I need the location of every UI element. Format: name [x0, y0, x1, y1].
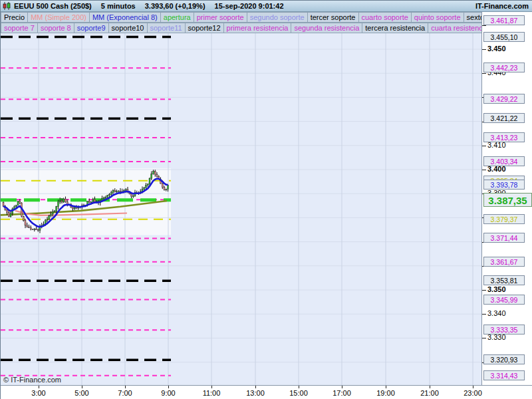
time-tick-label: 17:00: [332, 389, 351, 397]
legend-row: soporte 7soporte 8soporte9soporte10sopor…: [1, 23, 481, 33]
candle-down: [19, 201, 21, 203]
legend-item[interactable]: Precio: [1, 12, 28, 23]
candle-up: [168, 185, 169, 189]
level-price-box: 3.333,35: [483, 325, 525, 334]
legend-item[interactable]: sexto soporte: [464, 12, 481, 23]
time-tick-label: 15:00: [289, 389, 308, 397]
price-tickmark: [482, 170, 486, 170]
candle-down: [37, 229, 39, 230]
chart-window: EEUU 500 Cash (250$) 5 minutos 3.393,60 …: [0, 0, 532, 399]
timeframe-label: 5 minutos: [101, 2, 136, 10]
candle-up: [51, 214, 52, 215]
time-tick-label: 23:00: [464, 389, 482, 397]
candle-up: [110, 193, 112, 195]
time-tick-label: 7:00: [118, 389, 132, 397]
candle-up: [166, 190, 167, 190]
candle-down: [25, 221, 26, 225]
candle-up: [90, 201, 92, 202]
price-tick-label: 3.340: [487, 309, 506, 317]
legend-item[interactable]: soporte12: [186, 23, 224, 33]
candle-up: [132, 196, 134, 197]
candle-down: [30, 227, 31, 229]
legend-item[interactable]: soporte10: [109, 23, 148, 33]
candle-down: [131, 194, 132, 196]
candle-up: [52, 212, 53, 214]
level-price-box: 3.455,10: [483, 32, 525, 42]
legend-item[interactable]: soporte11: [148, 23, 186, 33]
candle-down: [154, 171, 156, 174]
time-tickmark: [39, 386, 39, 388]
time-axis[interactable]: 3:005:007:009:0011:0013:0015:0017:0019:0…: [1, 385, 532, 399]
candle-down: [65, 199, 66, 201]
time-tick-label: 9:00: [161, 389, 175, 397]
candle-up: [10, 213, 11, 217]
legend-item[interactable]: segunda resistencia: [291, 23, 362, 33]
candle-up: [103, 198, 104, 198]
level-price-box: 3.379,37: [483, 214, 525, 224]
price-tickmark: [482, 49, 486, 50]
legend-item[interactable]: quinto soporte: [412, 12, 464, 23]
legend-item[interactable]: primer soporte: [194, 12, 247, 23]
candle-up: [102, 198, 103, 200]
candle-down: [27, 225, 28, 227]
candle-up: [149, 178, 150, 184]
candle-up: [58, 202, 59, 207]
time-tickmark: [255, 386, 256, 388]
candle-up: [118, 191, 119, 192]
legend-item[interactable]: cuarto soporte: [359, 12, 412, 23]
candle-up: [105, 197, 106, 198]
price-tickmark: [482, 290, 486, 291]
time-tick-label: 3:00: [31, 389, 45, 397]
plot-area[interactable]: © IT-Finance.com: [1, 33, 481, 385]
candle-up: [116, 191, 118, 192]
legend-item[interactable]: soporte 7: [1, 23, 38, 33]
title-bar: EEUU 500 Cash (250$) 5 minutos 3.393,60 …: [1, 1, 532, 12]
candle-down: [114, 190, 116, 192]
legend-item[interactable]: MM (Simple 200): [28, 12, 90, 23]
candle-down: [88, 201, 90, 202]
current-open-price-box: 3.387,35: [483, 193, 532, 207]
price-tickmark: [482, 146, 486, 146]
legend-item[interactable]: segundo soporte: [247, 12, 308, 23]
price-tick-label: 3.350: [487, 285, 506, 293]
time-tickmark: [430, 386, 430, 388]
level-price-box: 3.393,78: [483, 180, 525, 190]
last-price-change: 3.393,60 (+0,19%): [145, 2, 205, 10]
level-price-box: 3.361,67: [483, 257, 525, 267]
instrument-title: EEUU 500 Cash (250$): [14, 2, 92, 10]
legend-item[interactable]: primera resistencia: [224, 23, 292, 33]
candle-down: [32, 229, 33, 230]
level-price-box: 3.421,22: [483, 113, 525, 123]
candle-down: [36, 229, 37, 229]
candle-up: [34, 229, 35, 229]
time-tick-label: 13:00: [246, 389, 265, 397]
candle-down: [120, 191, 121, 192]
candle-down: [61, 200, 63, 202]
candle-down: [23, 216, 24, 221]
time-tick-label: 11:00: [203, 389, 221, 397]
time-tick-label: 21:00: [420, 389, 439, 397]
candle-up: [15, 205, 17, 206]
price-tickmark: [482, 314, 486, 315]
time-tickmark: [168, 386, 169, 388]
candle-up: [144, 188, 145, 190]
time-tickmark: [125, 386, 126, 388]
legend-item[interactable]: soporte9: [74, 23, 109, 33]
legend-item[interactable]: apertura: [161, 12, 194, 23]
level-price-box: 3.345,99: [483, 295, 525, 305]
legend-item[interactable]: cuarta resistencia: [428, 23, 481, 33]
time-tickmark: [299, 386, 299, 388]
candle-down: [164, 188, 165, 190]
legend-item[interactable]: tercera resistencia: [362, 23, 428, 33]
candle-down: [156, 175, 158, 177]
legend-item[interactable]: tercer soporte: [308, 12, 359, 23]
candle-up: [92, 200, 94, 201]
legend-item[interactable]: soporte 8: [38, 23, 74, 33]
level-price-box: 3.314,43: [483, 370, 525, 380]
level-price-box: 3.320,93: [483, 354, 525, 364]
price-axis[interactable]: 3.4503.4403.4103.4003.3903.3503.3403.330…: [481, 12, 532, 385]
time-tick-label: 5:00: [74, 389, 88, 397]
candle-up: [107, 196, 108, 198]
price-tickmark: [482, 73, 486, 74]
legend-item[interactable]: MM (Exponencial 8): [90, 12, 161, 23]
